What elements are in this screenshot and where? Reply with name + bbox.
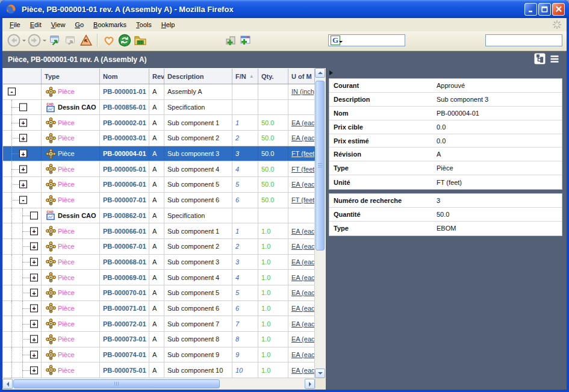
expand-toggle[interactable]: + (19, 165, 27, 173)
expand-toggle[interactable]: + (30, 289, 38, 297)
menu-tools[interactable]: Tools (131, 19, 157, 31)
favorites-heart-button[interactable] (102, 33, 116, 48)
forward-button[interactable] (27, 33, 42, 48)
nom-value[interactable]: PB-000066-01 (103, 228, 146, 235)
table-row[interactable]: +PiècePB-000073-01ASub component 881.0EA… (3, 332, 315, 347)
panel-collapse-arrow-icon[interactable] (329, 70, 335, 75)
collapse-toggle[interactable]: - (19, 196, 27, 204)
uom-value[interactable]: EA (each) (291, 274, 315, 281)
nom-value[interactable]: PB-000001-01 (103, 88, 146, 95)
back-dropdown-icon[interactable] (22, 40, 26, 43)
table-row[interactable]: +PiècePB-000002-01ASub component 1150.0E… (3, 115, 315, 131)
expand-toggle[interactable]: + (30, 243, 38, 250)
table-row[interactable]: +PiècePB-000066-01ASub component 111.0EA… (3, 223, 315, 239)
collapse-toggle[interactable]: - (8, 88, 16, 96)
expand-toggle[interactable]: + (30, 258, 38, 266)
table-row[interactable]: +PiècePB-000074-01ASub component 991.0EA… (3, 347, 315, 363)
expand-toggle[interactable]: + (19, 181, 27, 188)
title-bar[interactable]: Pièce, PB-000001-01 rev. A (Assembly A) … (0, 0, 569, 18)
column-header-rev[interactable]: Rev. (149, 69, 164, 84)
nom-value[interactable]: PB-000862-01 (103, 212, 146, 219)
minimize-button[interactable] (524, 3, 537, 16)
table-row[interactable]: +PiècePB-000070-01ASub component 551.0EA… (3, 285, 315, 301)
add-window-button[interactable] (238, 34, 252, 47)
uom-value[interactable]: EA (each) (291, 258, 315, 266)
uom-value[interactable]: EA (each) (291, 243, 315, 250)
scroll-right-button[interactable] (305, 379, 315, 389)
uom-value[interactable]: FT (feet) (291, 166, 315, 173)
scroll-up-button[interactable] (315, 68, 325, 78)
expand-toggle[interactable]: + (30, 351, 38, 359)
nom-value[interactable]: PB-000002-01 (103, 119, 146, 126)
uom-value[interactable]: EA (each) (291, 181, 315, 188)
uom-value[interactable]: EA (each) (291, 335, 315, 343)
refresh-button[interactable] (117, 33, 132, 48)
uom-value[interactable]: EA (each) (291, 119, 315, 126)
column-header-description[interactable]: Description (164, 69, 232, 84)
forward-dropdown-icon[interactable] (43, 40, 46, 43)
nom-value[interactable]: PB-000003-01 (103, 134, 146, 142)
drawing-box[interactable] (30, 211, 38, 219)
expand-toggle[interactable]: + (30, 304, 38, 312)
expand-toggle[interactable]: + (19, 134, 27, 142)
tree-view-icon[interactable] (534, 53, 546, 66)
nom-value[interactable]: PB-000075-01 (103, 367, 146, 374)
nom-value[interactable]: PB-000069-01 (103, 274, 146, 281)
expand-toggle[interactable]: + (30, 335, 38, 343)
table-row[interactable]: CADDessin CAOPB-000856-01ASpecification (3, 100, 315, 116)
nom-value[interactable]: PB-000072-01 (103, 320, 146, 328)
uom-value[interactable]: EA (each) (291, 289, 315, 296)
nom-value[interactable]: PB-000068-01 (103, 258, 146, 266)
table-row[interactable]: +PiècePB-000072-01ASub component 771.0EA… (3, 316, 315, 332)
nom-value[interactable]: PB-000074-01 (103, 351, 146, 358)
expand-toggle[interactable]: + (30, 273, 38, 281)
table-row[interactable]: +PiècePB-000071-01ASub component 661.0EA… (3, 301, 315, 317)
scroll-left-button[interactable] (2, 379, 13, 389)
uom-value[interactable]: EA (each) (291, 320, 315, 328)
scroll-down-button[interactable] (315, 369, 325, 378)
nom-value[interactable]: PB-000007-01 (103, 196, 146, 204)
nom-value[interactable]: PB-000856-01 (103, 104, 146, 111)
launch-window-button[interactable] (48, 33, 62, 48)
expand-toggle[interactable]: + (30, 227, 38, 235)
drawing-box[interactable] (19, 104, 27, 111)
column-header-type[interactable]: Type (42, 69, 100, 84)
uom-value[interactable]: IN (inch) (291, 88, 315, 95)
maximize-button[interactable] (538, 3, 551, 16)
table-row[interactable]: +PiècePB-000068-01ASub component 331.0EA… (3, 255, 315, 270)
table-row[interactable]: -PiècePB-000001-01AAssembly AIN (inch) (3, 84, 315, 100)
open-folder-button[interactable] (133, 33, 148, 48)
table-row[interactable]: +PiècePB-000075-01ASub component 10101.0… (3, 362, 315, 378)
menu-file[interactable]: File (5, 19, 25, 31)
horizontal-scrollbar[interactable] (2, 378, 315, 390)
expand-toggle[interactable]: + (30, 366, 38, 374)
alert-triangle-button[interactable] (79, 33, 93, 48)
nom-value[interactable]: PB-000070-01 (103, 289, 146, 296)
column-header-expand[interactable] (3, 69, 42, 84)
nom-value[interactable]: PB-000004-01 (103, 150, 146, 157)
back-button[interactable] (7, 33, 21, 48)
column-header-qty[interactable]: Qty. (258, 69, 288, 84)
add-item-button[interactable] (224, 34, 237, 47)
engine-dropdown-icon[interactable] (339, 41, 343, 45)
menu-bookmarks[interactable]: Bookmarks (89, 19, 131, 31)
close-button[interactable] (552, 3, 565, 16)
nom-value[interactable]: PB-000071-01 (103, 305, 146, 312)
expand-toggle[interactable]: + (30, 320, 38, 328)
table-row[interactable]: +PiècePB-000067-01ASub component 221.0EA… (3, 239, 315, 255)
menu-edit[interactable]: Edit (25, 19, 46, 31)
table-row[interactable]: +PiècePB-000003-01ASub component 2250.0E… (3, 131, 315, 146)
uom-value[interactable]: EA (each) (291, 134, 315, 142)
menu-help[interactable]: Help (157, 19, 180, 31)
nom-value[interactable]: PB-000067-01 (103, 243, 146, 250)
nom-value[interactable]: PB-000006-01 (103, 181, 146, 188)
uom-value[interactable]: EA (each) (291, 228, 315, 235)
expand-toggle[interactable]: + (19, 150, 27, 158)
table-row[interactable]: +PiècePB-000004-01ASub component 3350.0F… (3, 146, 315, 162)
column-header-fn[interactable]: F/N▲ (232, 69, 258, 84)
uom-value[interactable]: EA (each) (291, 305, 315, 312)
nom-value[interactable]: PB-000073-01 (103, 335, 146, 343)
table-row[interactable]: +PiècePB-000006-01ASub component 5550.0E… (3, 177, 315, 193)
uom-value[interactable]: FT (feet) (291, 196, 315, 204)
vertical-scrollbar[interactable] (315, 68, 326, 378)
